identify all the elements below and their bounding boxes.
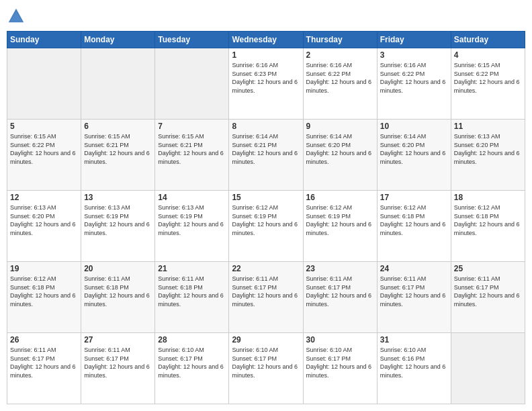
calendar-cell: 10 Sunrise: 6:14 AMSunset: 6:20 PMDaylig… (377, 120, 451, 191)
calendar-cell: 5 Sunrise: 6:15 AMSunset: 6:22 PMDayligh… (7, 120, 81, 191)
weekday-header-wednesday: Wednesday (229, 32, 303, 48)
calendar-cell: 9 Sunrise: 6:14 AMSunset: 6:20 PMDayligh… (303, 120, 377, 191)
cell-info: Sunrise: 6:10 AMSunset: 6:16 PMDaylight:… (380, 347, 446, 379)
cell-info: Sunrise: 6:11 AMSunset: 6:18 PMDaylight:… (84, 275, 150, 308)
day-number: 14 (158, 193, 226, 202)
calendar-cell: 12 Sunrise: 6:13 AMSunset: 6:20 PMDaylig… (7, 191, 81, 262)
calendar-cell: 23 Sunrise: 6:11 AMSunset: 6:17 PMDaylig… (303, 262, 377, 333)
cell-info: Sunrise: 6:12 AMSunset: 6:19 PMDaylight:… (306, 204, 372, 236)
day-number: 26 (10, 335, 78, 345)
cell-info: Sunrise: 6:13 AMSunset: 6:19 PMDaylight:… (84, 204, 150, 236)
calendar-cell: 21 Sunrise: 6:11 AMSunset: 6:18 PMDaylig… (155, 262, 229, 333)
calendar-week-5: 26 Sunrise: 6:11 AMSunset: 6:17 PMDaylig… (7, 333, 525, 404)
header (7, 7, 525, 26)
day-number: 13 (84, 193, 152, 202)
cell-info: Sunrise: 6:10 AMSunset: 6:17 PMDaylight:… (158, 347, 224, 379)
day-number: 27 (84, 335, 152, 345)
day-number: 3 (380, 50, 448, 60)
cell-info: Sunrise: 6:11 AMSunset: 6:17 PMDaylight:… (380, 275, 446, 308)
cell-info: Sunrise: 6:10 AMSunset: 6:17 PMDaylight:… (306, 347, 372, 379)
page: SundayMondayTuesdayWednesdayThursdayFrid… (0, 0, 532, 411)
cell-info: Sunrise: 6:14 AMSunset: 6:20 PMDaylight:… (306, 133, 372, 165)
day-number: 11 (454, 122, 522, 131)
calendar-cell: 25 Sunrise: 6:11 AMSunset: 6:17 PMDaylig… (451, 262, 525, 333)
weekday-header-monday: Monday (81, 32, 155, 48)
calendar-cell: 11 Sunrise: 6:13 AMSunset: 6:20 PMDaylig… (451, 120, 525, 191)
cell-info: Sunrise: 6:15 AMSunset: 6:22 PMDaylight:… (10, 133, 76, 165)
weekday-header-sunday: Sunday (7, 32, 81, 48)
day-number: 28 (158, 335, 226, 345)
calendar-cell: 1 Sunrise: 6:16 AMSunset: 6:23 PMDayligh… (229, 48, 303, 120)
day-number: 31 (380, 335, 448, 345)
day-number: 25 (454, 264, 522, 273)
calendar-cell (451, 333, 525, 404)
logo-icon (7, 7, 26, 26)
cell-info: Sunrise: 6:11 AMSunset: 6:17 PMDaylight:… (454, 275, 520, 308)
weekday-header-friday: Friday (377, 32, 451, 48)
calendar-cell: 2 Sunrise: 6:16 AMSunset: 6:22 PMDayligh… (303, 48, 377, 120)
calendar-cell (7, 48, 81, 120)
cell-info: Sunrise: 6:14 AMSunset: 6:20 PMDaylight:… (380, 133, 446, 165)
calendar-week-4: 19 Sunrise: 6:12 AMSunset: 6:18 PMDaylig… (7, 262, 525, 333)
cell-info: Sunrise: 6:11 AMSunset: 6:17 PMDaylight:… (10, 347, 76, 379)
calendar-cell: 7 Sunrise: 6:15 AMSunset: 6:21 PMDayligh… (155, 120, 229, 191)
calendar-cell: 16 Sunrise: 6:12 AMSunset: 6:19 PMDaylig… (303, 191, 377, 262)
cell-info: Sunrise: 6:12 AMSunset: 6:18 PMDaylight:… (380, 204, 446, 236)
calendar-week-3: 12 Sunrise: 6:13 AMSunset: 6:20 PMDaylig… (7, 191, 525, 262)
day-number: 20 (84, 264, 152, 273)
cell-info: Sunrise: 6:11 AMSunset: 6:17 PMDaylight:… (232, 275, 298, 308)
cell-info: Sunrise: 6:12 AMSunset: 6:18 PMDaylight:… (454, 204, 520, 236)
cell-info: Sunrise: 6:15 AMSunset: 6:21 PMDaylight:… (158, 133, 224, 165)
cell-info: Sunrise: 6:15 AMSunset: 6:21 PMDaylight:… (84, 133, 150, 165)
day-number: 16 (306, 193, 374, 202)
day-number: 10 (380, 122, 448, 131)
cell-info: Sunrise: 6:12 AMSunset: 6:19 PMDaylight:… (232, 204, 298, 236)
day-number: 19 (10, 264, 78, 273)
day-number: 15 (232, 193, 300, 202)
calendar-cell: 22 Sunrise: 6:11 AMSunset: 6:17 PMDaylig… (229, 262, 303, 333)
cell-info: Sunrise: 6:13 AMSunset: 6:20 PMDaylight:… (10, 204, 76, 236)
day-number: 2 (306, 50, 374, 60)
calendar-cell: 30 Sunrise: 6:10 AMSunset: 6:17 PMDaylig… (303, 333, 377, 404)
day-number: 22 (232, 264, 300, 273)
cell-info: Sunrise: 6:16 AMSunset: 6:22 PMDaylight:… (306, 62, 372, 94)
calendar-week-1: 1 Sunrise: 6:16 AMSunset: 6:23 PMDayligh… (7, 48, 525, 120)
cell-info: Sunrise: 6:16 AMSunset: 6:22 PMDaylight:… (380, 62, 446, 94)
calendar-cell: 20 Sunrise: 6:11 AMSunset: 6:18 PMDaylig… (81, 262, 155, 333)
calendar-cell: 19 Sunrise: 6:12 AMSunset: 6:18 PMDaylig… (7, 262, 81, 333)
calendar-cell: 27 Sunrise: 6:11 AMSunset: 6:17 PMDaylig… (81, 333, 155, 404)
cell-info: Sunrise: 6:16 AMSunset: 6:23 PMDaylight:… (232, 62, 298, 94)
calendar-cell: 13 Sunrise: 6:13 AMSunset: 6:19 PMDaylig… (81, 191, 155, 262)
calendar-cell: 31 Sunrise: 6:10 AMSunset: 6:16 PMDaylig… (377, 333, 451, 404)
day-number: 29 (232, 335, 300, 345)
calendar-cell: 18 Sunrise: 6:12 AMSunset: 6:18 PMDaylig… (451, 191, 525, 262)
calendar-cell: 28 Sunrise: 6:10 AMSunset: 6:17 PMDaylig… (155, 333, 229, 404)
day-number: 24 (380, 264, 448, 273)
cell-info: Sunrise: 6:10 AMSunset: 6:17 PMDaylight:… (232, 347, 298, 379)
day-number: 23 (306, 264, 374, 273)
logo (7, 7, 28, 26)
calendar-cell: 14 Sunrise: 6:13 AMSunset: 6:19 PMDaylig… (155, 191, 229, 262)
calendar-week-2: 5 Sunrise: 6:15 AMSunset: 6:22 PMDayligh… (7, 120, 525, 191)
calendar-cell: 29 Sunrise: 6:10 AMSunset: 6:17 PMDaylig… (229, 333, 303, 404)
cell-info: Sunrise: 6:14 AMSunset: 6:21 PMDaylight:… (232, 133, 298, 165)
day-number: 7 (158, 122, 226, 131)
calendar-cell: 15 Sunrise: 6:12 AMSunset: 6:19 PMDaylig… (229, 191, 303, 262)
weekday-header-tuesday: Tuesday (155, 32, 229, 48)
day-number: 30 (306, 335, 374, 345)
calendar-cell: 17 Sunrise: 6:12 AMSunset: 6:18 PMDaylig… (377, 191, 451, 262)
cell-info: Sunrise: 6:11 AMSunset: 6:18 PMDaylight:… (158, 275, 224, 308)
cell-info: Sunrise: 6:13 AMSunset: 6:19 PMDaylight:… (158, 204, 224, 236)
calendar-cell: 6 Sunrise: 6:15 AMSunset: 6:21 PMDayligh… (81, 120, 155, 191)
day-number: 17 (380, 193, 448, 202)
calendar-cell: 4 Sunrise: 6:15 AMSunset: 6:22 PMDayligh… (451, 48, 525, 120)
weekday-header-row: SundayMondayTuesdayWednesdayThursdayFrid… (7, 32, 525, 48)
cell-info: Sunrise: 6:11 AMSunset: 6:17 PMDaylight:… (84, 347, 150, 379)
day-number: 4 (454, 50, 522, 60)
calendar-table: SundayMondayTuesdayWednesdayThursdayFrid… (7, 31, 525, 404)
day-number: 1 (232, 50, 300, 60)
calendar-cell: 3 Sunrise: 6:16 AMSunset: 6:22 PMDayligh… (377, 48, 451, 120)
day-number: 6 (84, 122, 152, 131)
day-number: 21 (158, 264, 226, 273)
day-number: 12 (10, 193, 78, 202)
